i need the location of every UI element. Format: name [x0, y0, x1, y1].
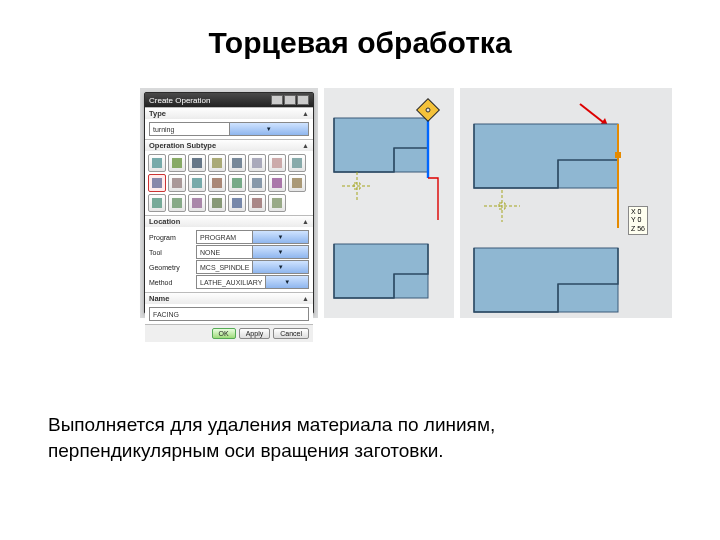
subtype-op-icon[interactable]	[288, 174, 306, 192]
z-label: Z	[631, 225, 635, 233]
tool-dropdown[interactable]: NONE▼	[196, 245, 309, 259]
svg-point-5	[426, 108, 430, 112]
subtype-op-icon[interactable]	[228, 194, 246, 212]
figure-row: Create Operation Type▲ turning▼ Operatio…	[140, 88, 672, 328]
subtype-op-icon[interactable]	[268, 174, 286, 192]
cancel-button[interactable]: Cancel	[273, 328, 309, 339]
section-location-label: Location	[149, 217, 180, 226]
subtype-op-icon[interactable]	[188, 194, 206, 212]
method-dropdown[interactable]: LATHE_AUXILIARY▼	[196, 275, 309, 289]
chevron-down-icon: ▼	[252, 231, 308, 243]
y-label: Y	[631, 216, 636, 224]
subtype-op-icon[interactable]	[208, 154, 226, 172]
subtype-op-icon[interactable]	[148, 154, 166, 172]
cad-view-trimline: Осевая линия обрезки	[460, 88, 672, 318]
section-subtype-label: Operation Subtype	[149, 141, 216, 150]
slide-caption: Выполняется для удаления материала по ли…	[48, 412, 660, 463]
type-dropdown[interactable]: turning▼	[149, 122, 309, 136]
svg-rect-21	[474, 248, 618, 312]
subtype-op-icon[interactable]	[228, 174, 246, 192]
cad-view-tool	[324, 88, 454, 318]
svg-rect-14	[474, 124, 618, 188]
subtype-op-icon[interactable]	[248, 174, 266, 192]
collapse-icon: ▲	[302, 110, 309, 117]
subtype-op-icon[interactable]	[168, 154, 186, 172]
dialog-title-text: Create Operation	[149, 96, 210, 105]
subtype-facing-icon[interactable]	[148, 174, 166, 192]
dialog-titlebar: Create Operation	[145, 93, 313, 107]
coord-readout: X0 Y0 Z56	[628, 206, 648, 235]
tool-label: Tool	[149, 249, 193, 256]
program-label: Program	[149, 234, 193, 241]
dialog-screenshot: Create Operation Type▲ turning▼ Operatio…	[140, 88, 318, 318]
collapse-icon: ▲	[302, 142, 309, 149]
subtype-op-icon[interactable]	[208, 194, 226, 212]
subtype-op-icon[interactable]	[208, 174, 226, 192]
slide-title: Торцевая обработка	[0, 26, 720, 60]
y-value: 0	[638, 216, 642, 224]
geometry-label: Geometry	[149, 264, 193, 271]
svg-rect-9	[334, 244, 428, 298]
svg-rect-17	[615, 152, 621, 158]
x-label: X	[631, 208, 636, 216]
section-name[interactable]: Name▲	[145, 292, 313, 304]
section-location[interactable]: Location▲	[145, 215, 313, 227]
subtype-op-icon[interactable]	[288, 154, 306, 172]
subtype-op-icon[interactable]	[188, 174, 206, 192]
collapse-icon: ▲	[302, 218, 309, 225]
apply-button[interactable]: Apply	[239, 328, 271, 339]
window-controls[interactable]	[271, 95, 309, 105]
subtype-op-icon[interactable]	[268, 154, 286, 172]
section-type[interactable]: Type▲	[145, 107, 313, 119]
chevron-down-icon: ▼	[252, 261, 308, 273]
section-name-label: Name	[149, 294, 169, 303]
subtype-op-icon[interactable]	[168, 194, 186, 212]
name-value: FACING	[150, 311, 308, 318]
collapse-icon: ▲	[302, 295, 309, 302]
tool-value: NONE	[197, 249, 252, 256]
subtype-op-icon[interactable]	[248, 154, 266, 172]
chevron-down-icon: ▼	[229, 123, 309, 135]
name-input[interactable]: FACING	[149, 307, 309, 321]
program-value: PROGRAM	[197, 234, 252, 241]
z-value: 56	[637, 225, 645, 233]
section-type-label: Type	[149, 109, 166, 118]
program-dropdown[interactable]: PROGRAM▼	[196, 230, 309, 244]
ok-button[interactable]: OK	[212, 328, 236, 339]
geometry-value: MCS_SPINDLE	[197, 264, 252, 271]
svg-rect-1	[334, 118, 428, 172]
subtype-op-icon[interactable]	[188, 154, 206, 172]
subtype-op-icon[interactable]	[148, 194, 166, 212]
subtype-op-icon[interactable]	[228, 154, 246, 172]
subtype-op-icon[interactable]	[268, 194, 286, 212]
geometry-dropdown[interactable]: MCS_SPINDLE▼	[196, 260, 309, 274]
type-value: turning	[150, 126, 229, 133]
subtype-op-icon[interactable]	[168, 174, 186, 192]
method-label: Method	[149, 279, 193, 286]
chevron-down-icon: ▼	[252, 246, 308, 258]
section-subtype[interactable]: Operation Subtype▲	[145, 139, 313, 151]
subtype-op-icon[interactable]	[248, 194, 266, 212]
chevron-down-icon: ▼	[265, 276, 308, 288]
subtype-icon-grid	[145, 151, 313, 215]
x-value: 0	[638, 208, 642, 216]
method-value: LATHE_AUXILIARY	[197, 279, 265, 286]
